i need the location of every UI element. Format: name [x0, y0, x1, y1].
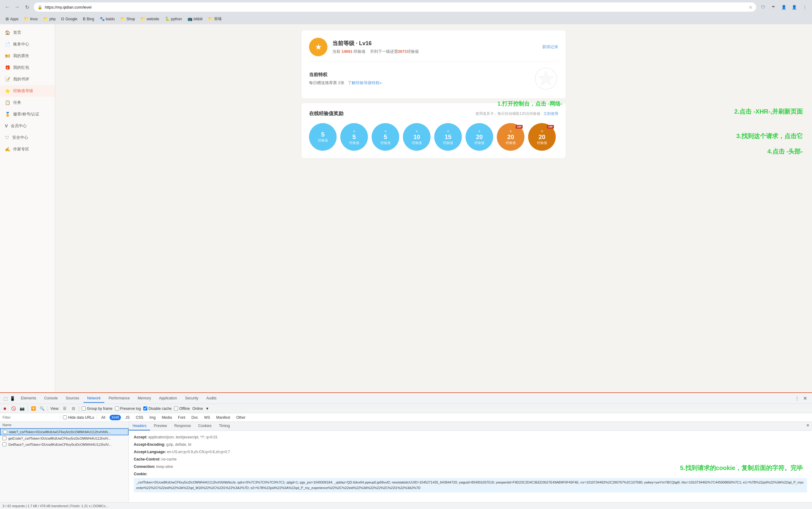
sidebar-item-security[interactable]: 🛡 安全中心 [0, 132, 55, 143]
reward-circle-5[interactable]: + 15 经验值 [434, 123, 462, 151]
details-tab-headers[interactable]: Headers [129, 422, 150, 431]
preserve-log-checkbox[interactable] [115, 406, 119, 410]
umbrella-icon[interactable]: ☂ [769, 3, 778, 11]
offline-label[interactable]: Offline [174, 406, 190, 411]
details-tab-timing[interactable]: Timing [215, 422, 234, 431]
device-mode-btn[interactable]: 📱 [9, 396, 15, 402]
menu-icon[interactable]: ⋮ [800, 3, 809, 11]
preserve-log-label[interactable]: Preserve log [115, 406, 141, 411]
sidebar-item-vip[interactable]: V 会员中心 [0, 120, 55, 132]
devtools-tab-performance[interactable]: Performance [105, 394, 134, 403]
group-by-frame-checkbox[interactable] [82, 406, 85, 410]
sidebar-item-badges[interactable]: 🏅 徽章/称号/认证 [0, 108, 55, 120]
details-tab-response[interactable]: Response [171, 422, 195, 431]
rewards-link[interactable]: 立刻使用 [543, 111, 558, 116]
details-close-btn[interactable]: ✕ [804, 422, 812, 431]
request-name-3: GetRace?_csrfToken=DUcw8KdUwCF6xy5rzDcOM… [8, 443, 126, 446]
bookmark-apps[interactable]: ⊞ Apps [3, 16, 21, 22]
reward-circle-3[interactable]: + 5 经验值 [372, 123, 399, 151]
reward-circle-2[interactable]: + 5 经验值 [340, 123, 368, 151]
hide-data-urls-label[interactable]: Hide data URLs [63, 415, 94, 420]
filter-all[interactable]: All [99, 415, 107, 420]
sidebar-item-account[interactable]: 📄 账务中心 [0, 38, 55, 50]
bookmark-python[interactable]: 🐍 python [162, 16, 184, 22]
filter-manifest[interactable]: Manifest [214, 415, 232, 420]
filter-img[interactable]: Img [148, 415, 157, 420]
bookmark-bing[interactable]: B Bing [80, 16, 97, 22]
sidebar-item-home[interactable]: 🏠 首页 [0, 27, 55, 38]
camera-btn[interactable]: 📷 [19, 406, 25, 412]
sidebar-item-redpack[interactable]: 🎁 我的红包 [0, 62, 55, 73]
filter-other[interactable]: Other [235, 415, 247, 420]
filter-toggle-btn[interactable]: 🔽 [30, 406, 37, 412]
sidebar-item-tickets[interactable]: 🎫 我的票夹 [0, 50, 55, 62]
view-large-btn[interactable]: ⊟ [70, 406, 76, 412]
filter-ws[interactable]: WS [202, 415, 212, 420]
devtools-tab-console[interactable]: Console [40, 394, 61, 403]
request-checkbox-1[interactable] [3, 430, 7, 434]
devtools-close-btn[interactable]: ✕ [801, 394, 810, 403]
request-item-getrace[interactable]: GetRace?_csrfToken=DUcw8KdUwCF6xy5rzDcOM… [0, 441, 129, 448]
profile-icon[interactable]: 👤 [790, 3, 799, 11]
reward-circle-4[interactable]: + 10 经验值 [403, 123, 430, 151]
details-tab-preview[interactable]: Preview [150, 422, 171, 431]
details-tab-cookies[interactable]: Cookies [195, 422, 215, 431]
devtools-tab-network[interactable]: Network [83, 394, 104, 403]
filter-css[interactable]: CSS [134, 415, 145, 420]
record-btn[interactable]: ⏺ [2, 406, 8, 412]
devtools-tab-memory[interactable]: Memory [134, 394, 155, 403]
sidebar-item-tasks[interactable]: 📋 任务 [0, 97, 55, 108]
sidebar-item-experience[interactable]: ⭐ 经验值等级 [0, 85, 55, 97]
rewards-header: 在线经验值奖励 使用道具卡，每日自动领取120点经验值 · 立刻使用 [309, 110, 558, 117]
shield-icon[interactable]: 🛡 [758, 3, 767, 11]
view-list-btn[interactable]: ☰ [62, 406, 68, 412]
devtools-tab-sources[interactable]: Sources [62, 394, 83, 403]
disable-cache-label[interactable]: Disable cache [143, 406, 172, 411]
reward-circle-6[interactable]: + 20 经验值 [465, 123, 493, 151]
request-item-getcode[interactable]: getCode?_csrfToken=DUcw8KdUwCF6xy5rzDcOM… [0, 435, 129, 441]
reward-circle-8-vip[interactable]: VIP + 20 经验值 [528, 123, 556, 151]
bookmark-website[interactable]: 📁 website [138, 16, 162, 22]
level-exp: 当前 14691 经验值 升到下一级还需2671经验值 [332, 49, 419, 54]
bookmark-google[interactable]: G Google [59, 16, 80, 22]
sidebar-item-review[interactable]: 📝 我的书评 [0, 73, 55, 85]
inspect-element-btn[interactable]: ⬚ [2, 396, 9, 402]
filter-xhr[interactable]: XHR [110, 415, 121, 420]
bookmark-bilibili[interactable]: 📺 bilibili [185, 16, 205, 22]
filter-doc[interactable]: Doc [190, 415, 200, 420]
search-btn[interactable]: 🔍 [39, 406, 45, 412]
bookmark-linux[interactable]: 📁 linux [22, 16, 40, 22]
request-checkbox-2[interactable] [2, 436, 6, 440]
offline-checkbox[interactable] [174, 406, 178, 410]
filter-js[interactable]: JS [123, 415, 131, 420]
disable-cache-checkbox[interactable] [143, 406, 147, 410]
reload-button[interactable]: ↻ [23, 3, 31, 11]
address-bar[interactable]: 🔒 https://my.qidian.com/level ☆ [34, 2, 756, 12]
cookie-value[interactable]: _csrfToken=DUcw8KdUwCF6xy5rzDcOMWHi4U112… [134, 478, 807, 493]
reward-circle-1[interactable]: 5 经验值 [309, 123, 337, 151]
history-link[interactable]: 获得记录 [542, 44, 558, 50]
devtools-more-btn[interactable]: ⋮ [794, 396, 800, 402]
devtools-tab-elements[interactable]: Elements [17, 394, 40, 403]
reward-circle-7-vip[interactable]: VIP + 20 经验值 [497, 123, 525, 151]
sidebar-item-author[interactable]: ✍ 作家专区 [0, 143, 55, 155]
avatar-icon[interactable]: 👤 [779, 3, 788, 11]
bookmark-shop[interactable]: 📁 Shop [118, 16, 138, 22]
back-button[interactable]: ← [3, 3, 12, 11]
group-by-frame-label[interactable]: Group by frame [82, 406, 112, 411]
filter-input[interactable] [2, 415, 58, 420]
request-checkbox-3[interactable] [2, 442, 6, 446]
bookmark-frontend[interactable]: 📁 前端 [206, 15, 224, 23]
forward-button[interactable]: → [13, 3, 22, 11]
privilege-link[interactable]: 了解经验等级特权» [348, 80, 382, 85]
devtools-tab-security[interactable]: Security [181, 394, 202, 403]
devtools-tab-application[interactable]: Application [155, 394, 181, 403]
filter-media[interactable]: Media [160, 415, 174, 420]
bookmark-php[interactable]: 📁 php [41, 16, 58, 22]
clear-btn[interactable]: 🚫 [10, 406, 16, 412]
request-item-state[interactable]: state?_csrfToken=DUcw8KdUwCF6xy5rzDcOMWH… [0, 428, 129, 435]
devtools-tab-audits[interactable]: Audits [203, 394, 220, 403]
hide-data-urls-checkbox[interactable] [63, 415, 67, 419]
filter-font[interactable]: Font [176, 415, 187, 420]
bookmark-baidu[interactable]: 🐾 baidu [97, 16, 117, 22]
